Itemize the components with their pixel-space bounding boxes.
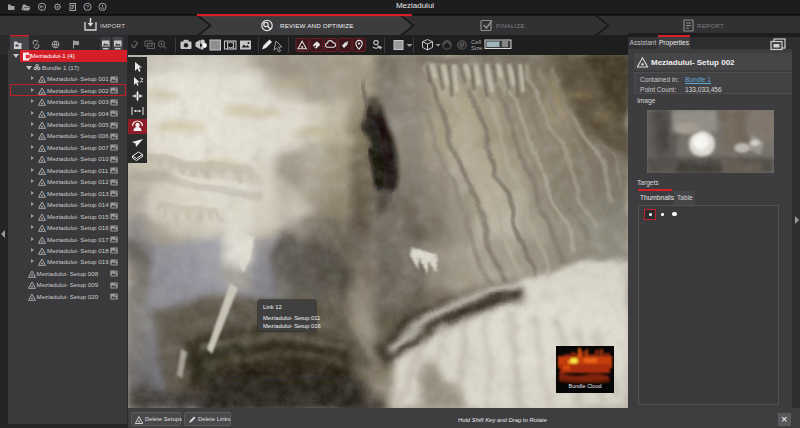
svg-text:IMPORT: IMPORT xyxy=(100,22,125,29)
svg-text:FINALIZE: FINALIZE xyxy=(496,22,525,29)
svg-text:Size: Size xyxy=(471,45,482,51)
svg-text:REVIEW AND OPTIMIZE: REVIEW AND OPTIMIZE xyxy=(280,22,354,29)
svg-text:Cell: Cell xyxy=(471,39,481,45)
svg-text:REPORT: REPORT xyxy=(697,22,724,29)
svg-text:M: M xyxy=(460,42,465,48)
